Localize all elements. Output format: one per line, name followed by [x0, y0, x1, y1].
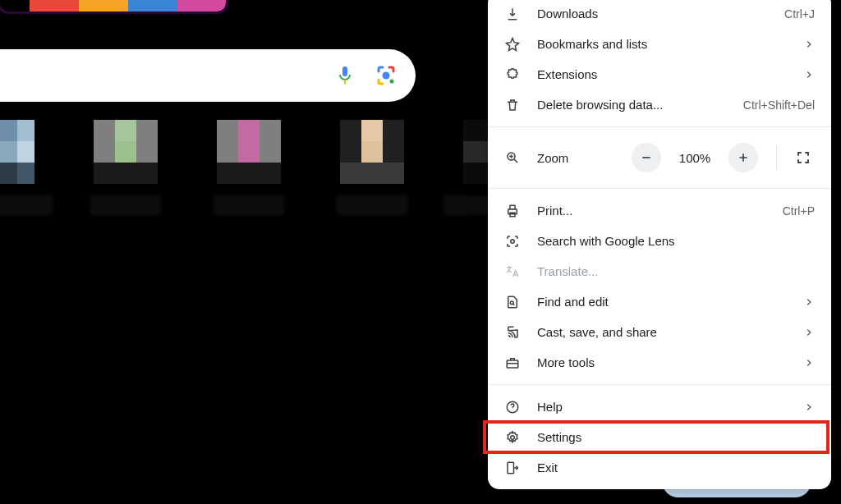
svg-point-3 — [383, 72, 390, 80]
chevron-right-icon — [803, 357, 815, 369]
menu-label: Cast, save, and share — [537, 325, 787, 339]
shortcut-tile[interactable] — [0, 120, 34, 227]
find-in-page-icon — [504, 294, 521, 310]
menu-more-tools[interactable]: More tools — [488, 347, 831, 378]
svg-point-4 — [390, 80, 394, 84]
shortcut-tile[interactable] — [94, 120, 158, 227]
divider — [776, 146, 777, 169]
menu-translate: Translate... — [488, 256, 831, 286]
chevron-right-icon — [803, 296, 815, 308]
menu-downloads[interactable]: Downloads Ctrl+J — [488, 0, 831, 29]
chevron-right-icon — [803, 327, 815, 338]
svg-point-10 — [510, 300, 513, 304]
menu-label: Zoom — [537, 151, 613, 165]
menu-shortcut: Ctrl+P — [783, 204, 815, 218]
shortcut-row — [0, 120, 494, 227]
menu-label: Extensions — [537, 67, 787, 81]
shortcut-tile[interactable] — [340, 120, 404, 227]
menu-settings[interactable]: Settings — [488, 422, 831, 452]
trash-icon — [504, 97, 521, 113]
magnifier-icon — [504, 149, 521, 166]
menu-label: Delete browsing data... — [537, 98, 727, 112]
zoom-out-button[interactable] — [632, 143, 661, 172]
svg-point-13 — [511, 435, 515, 439]
chevron-right-icon — [803, 401, 815, 413]
zoom-in-button[interactable] — [728, 143, 758, 172]
menu-label: Downloads — [537, 7, 768, 21]
menu-cast-save-share[interactable]: Cast, save, and share — [488, 317, 831, 347]
fullscreen-button[interactable] — [792, 146, 815, 169]
menu-exit[interactable]: Exit — [488, 452, 831, 483]
menu-extensions[interactable]: Extensions — [488, 59, 831, 89]
menu-label: Translate... — [537, 264, 815, 278]
menu-label: Print... — [537, 204, 766, 218]
menu-label: Help — [537, 400, 787, 414]
lens-search-icon[interactable] — [375, 64, 398, 87]
menu-help[interactable]: Help — [488, 392, 831, 422]
svg-rect-14 — [508, 462, 514, 474]
svg-rect-7 — [510, 205, 515, 209]
lens-icon — [504, 233, 521, 250]
svg-rect-0 — [342, 66, 347, 76]
gear-icon — [504, 429, 521, 446]
menu-google-lens[interactable]: Search with Google Lens — [488, 226, 831, 256]
menu-label: More tools — [537, 355, 787, 369]
shortcut-tile[interactable] — [217, 120, 281, 227]
menu-shortcut: Ctrl+Shift+Del — [743, 99, 815, 112]
menu-label: Bookmarks and lists — [537, 37, 787, 51]
zoom-value: 100% — [673, 151, 717, 165]
svg-point-9 — [511, 239, 515, 243]
cast-icon — [504, 324, 521, 341]
menu-divider — [488, 384, 831, 385]
toolbox-icon — [504, 355, 521, 371]
star-icon — [504, 36, 521, 53]
menu-divider — [488, 188, 831, 189]
translate-icon — [504, 263, 521, 280]
puzzle-icon — [504, 66, 521, 83]
chevron-right-icon — [803, 69, 815, 80]
doodle-fragment — [0, 0, 226, 11]
menu-label: Search with Google Lens — [537, 234, 815, 248]
menu-divider — [488, 126, 831, 127]
menu-delete-browsing-data[interactable]: Delete browsing data... Ctrl+Shift+Del — [488, 89, 831, 120]
menu-bookmarks[interactable]: Bookmarks and lists — [488, 29, 831, 59]
menu-label: Settings — [537, 430, 815, 444]
voice-search-icon[interactable] — [333, 64, 356, 87]
exit-icon — [504, 460, 521, 476]
printer-icon — [504, 203, 521, 219]
menu-find-and-edit[interactable]: Find and edit — [488, 286, 831, 317]
help-icon — [504, 399, 521, 415]
chrome-menu: Downloads Ctrl+J Bookmarks and lists Ext… — [488, 0, 831, 489]
menu-zoom: Zoom 100% — [488, 134, 831, 181]
menu-label: Find and edit — [537, 295, 787, 309]
menu-shortcut: Ctrl+J — [784, 7, 815, 21]
download-icon — [504, 6, 521, 22]
menu-label: Exit — [537, 460, 815, 474]
menu-print[interactable]: Print... Ctrl+P — [488, 195, 831, 226]
search-bar[interactable] — [0, 49, 416, 102]
chevron-right-icon — [803, 39, 815, 50]
